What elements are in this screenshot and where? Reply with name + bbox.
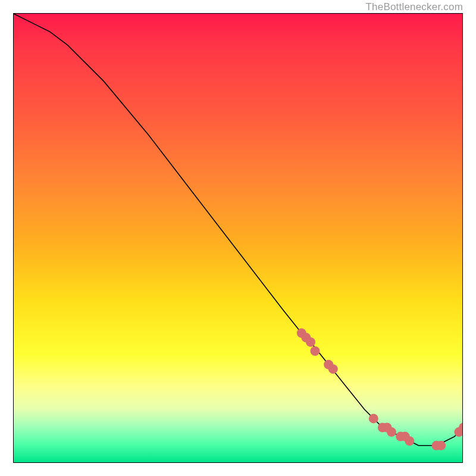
- marker-dot: [301, 333, 311, 342]
- marker-dot: [387, 427, 396, 437]
- marker-dot: [306, 337, 315, 347]
- marker-dot: [297, 328, 306, 338]
- marker-dot: [436, 441, 446, 450]
- chart-svg: [14, 14, 463, 463]
- marker-dot: [400, 432, 410, 441]
- marker-dot: [405, 436, 414, 446]
- curve-path: [14, 14, 463, 446]
- marker-dot: [432, 441, 441, 450]
- marker-dot: [378, 423, 387, 433]
- watermark-text: TheBottlenecker.com: [366, 1, 464, 13]
- marker-dot: [369, 414, 378, 423]
- marker-dot: [454, 427, 463, 437]
- marker-dot: [311, 346, 320, 356]
- marker-dot: [328, 364, 338, 374]
- plot-area: [13, 13, 463, 463]
- marker-dot: [459, 423, 463, 433]
- marker-dot: [324, 360, 333, 369]
- curve-path-group: [14, 14, 463, 446]
- marker-dot: [396, 432, 405, 441]
- markers-group: [297, 328, 463, 450]
- chart-stage: TheBottlenecker.com: [0, 0, 476, 476]
- marker-dot: [383, 423, 392, 433]
